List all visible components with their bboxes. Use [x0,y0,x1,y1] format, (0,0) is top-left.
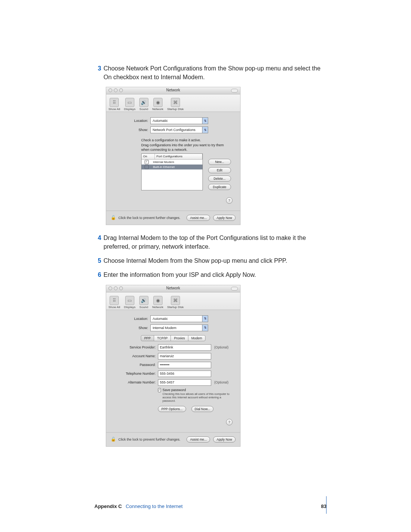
show-popup[interactable]: Network Port Configurations⇅ [150,126,208,133]
list-item[interactable]: ✓ Internal Modem [142,160,202,165]
sp-label: Service Provider: [114,345,156,349]
checkbox-on[interactable]: ✓ [145,160,149,164]
col-on: On [142,154,155,159]
toolbar-startup[interactable]: ⌘Startup Disk [167,296,184,309]
apply-now-button[interactable]: Apply Now [213,436,236,443]
toolbar-network[interactable]: ◉Network [152,98,163,111]
step-number: 5 [94,256,101,265]
lock-bar: 🔓 Click the lock to prevent further chan… [106,432,240,446]
page-content: 3 Choose Network Port Configurations fro… [94,64,327,455]
row-show: Show: Internal Modem⇅ [114,324,233,331]
lock-icon[interactable]: 🔓 [111,215,116,220]
prefs-toolbar: ⠿Show All ▭Displays 🔊Sound ◉Network ⌘Sta… [106,94,240,112]
alt-input[interactable]: 555-3457 [158,379,211,386]
location-popup[interactable]: Automatic⇅ [150,117,208,124]
toolbar-showall[interactable]: ⠿Show All [108,98,120,111]
ppp-options-button[interactable]: PPP Options... [158,406,186,412]
show-label: Show: [114,326,148,330]
toolbar-toggle-icon[interactable] [231,89,238,93]
chevron-updown-icon: ⇅ [202,118,208,124]
dial-now-button[interactable]: Dial Now... [191,406,214,412]
show-popup[interactable]: Internal Modem⇅ [150,324,208,331]
alt-label: Alternate Number: [114,380,156,384]
row-location: Location: Automatic⇅ [114,117,233,124]
toolbar-displays[interactable]: ▭Displays [124,98,135,111]
port-name: Built-in Ethernet [151,165,202,169]
appendix-label: Appendix C [94,503,122,509]
row-alternate: Alternate Number: 555-3457 (Optional) [114,379,233,386]
show-label: Show: [114,128,148,132]
duplicate-button[interactable]: Duplicate [208,184,231,190]
apply-now-button[interactable]: Apply Now [213,215,236,221]
step-6: 6 Enter the information from your ISP an… [94,270,327,279]
assist-button[interactable]: Assist me... [186,215,210,221]
window-title: Network [106,88,240,92]
help-button[interactable]: ? [226,197,233,204]
toolbar-showall[interactable]: ⠿Show All [108,296,120,309]
chevron-updown-icon: ⇅ [202,316,208,322]
step-text: Drag Internal Modem to the top of the Po… [104,233,327,251]
network-icon: ◉ [153,296,162,305]
lock-bar: 🔓 Click the lock to prevent further chan… [106,211,240,225]
step-number: 4 [94,233,101,251]
checkbox-on[interactable] [145,165,149,169]
instructions-text: Check a configuration to make it active.… [141,138,225,152]
step-3: 3 Choose Network Port Configurations fro… [94,64,327,81]
row-password: Password: •••••••• [114,362,233,368]
port-config-list[interactable]: On Port Configurations ✓ Internal Modem … [141,153,203,190]
pwd-input[interactable]: •••••••• [158,362,211,368]
row-show: Show: Network Port Configurations⇅ [114,126,233,133]
startup-disk-icon: ⌘ [171,98,180,107]
toolbar-network[interactable]: ◉Network [152,296,163,309]
list-side-buttons: New... Edit Delete... Duplicate [208,159,231,190]
screenshot-network-ports: Network ⠿Show All ▭Displays 🔊Sound ◉Netw… [106,87,241,225]
step-number: 3 [94,64,101,81]
sp-input[interactable]: Earthlink [158,344,211,351]
displays-icon: ▭ [125,296,134,305]
ppp-buttons: PPP Options... Dial Now... [158,406,233,412]
assist-button[interactable]: Assist me... [186,436,210,443]
footer-divider [326,496,327,514]
row-account-name: Account Name: mariaruiz [114,353,233,359]
acct-label: Account Name: [114,354,156,358]
lock-text: Click the lock to prevent further change… [118,216,186,220]
tab-ppp[interactable]: PPP [141,335,154,341]
help-button[interactable]: ? [226,419,233,425]
pane-body: Location: Automatic⇅ Show: Internal Mode… [106,310,240,432]
tel-input[interactable]: 555-3456 [158,371,211,377]
toolbar-toggle-icon[interactable] [231,287,238,291]
optional-text: (Optional) [214,380,228,384]
pwd-label: Password: [114,363,156,367]
new-button[interactable]: New... [208,159,231,165]
sound-icon: 🔊 [139,296,148,305]
toolbar-startup[interactable]: ⌘Startup Disk [167,98,184,111]
toolbar-sound[interactable]: 🔊Sound [139,98,148,111]
tel-label: Telephone Number: [114,372,156,375]
window-title: Network [106,286,240,290]
save-password-checkbox[interactable]: ✓ [158,388,161,392]
row-telephone: Telephone Number: 555-3456 [114,371,233,377]
lock-icon[interactable]: 🔓 [111,437,116,442]
page-number: 83 [321,503,327,509]
page-footer: Appendix C Connecting to the Internet 83 [94,503,327,509]
delete-button[interactable]: Delete... [208,176,231,182]
grid-icon: ⠿ [110,296,119,305]
displays-icon: ▭ [125,98,134,107]
tab-tcpip[interactable]: TCP/IP [154,335,171,341]
acct-input[interactable]: mariaruiz [158,353,211,359]
list-item[interactable]: Built-in Ethernet [142,165,202,169]
port-config-area: On Port Configurations ✓ Internal Modem … [141,153,233,190]
screenshot-network-ppp: Network ⠿Show All ▭Displays 🔊Sound ◉Netw… [106,285,241,447]
chevron-updown-icon: ⇅ [202,325,208,331]
sound-icon: 🔊 [139,98,148,107]
pane-body: Location: Automatic⇅ Show: Network Port … [106,112,240,210]
grid-icon: ⠿ [110,98,119,107]
edit-button[interactable]: Edit [208,167,231,173]
tab-proxies[interactable]: Proxies [170,335,188,341]
tab-modem[interactable]: Modem [188,335,206,341]
step-4: 4 Drag Internal Modem to the top of the … [94,233,327,251]
toolbar-sound[interactable]: 🔊Sound [139,296,148,309]
save-password-row: ✓ Save password Checking this box allows… [158,388,233,403]
toolbar-displays[interactable]: ▭Displays [124,296,135,309]
location-popup[interactable]: Automatic⇅ [150,315,208,322]
